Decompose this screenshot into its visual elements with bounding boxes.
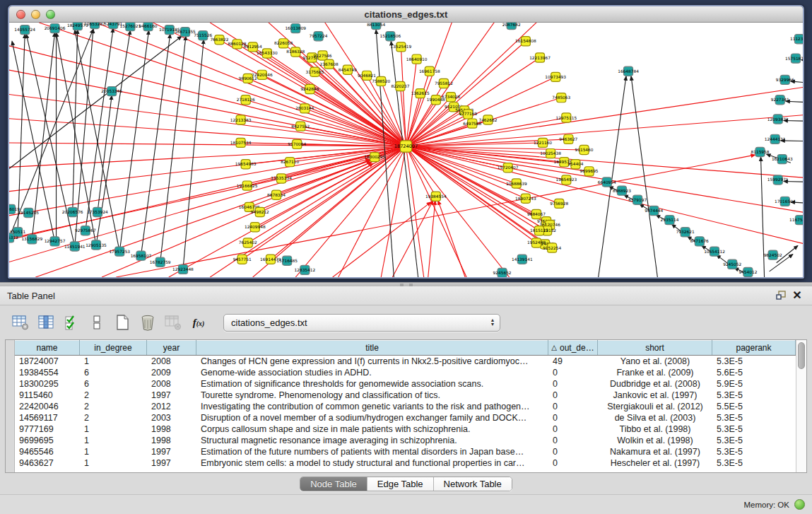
- network-canvas[interactable]: 1405572420691406182495731065328752437911…: [9, 23, 803, 277]
- cell-short: Franke et al. (2009): [598, 368, 712, 378]
- cell-short: Jankovic et al. (1997): [598, 390, 712, 400]
- column-header-out-de-[interactable]: △out_de…: [548, 340, 598, 355]
- table-row[interactable]: 969969511998Structural magnetic resonanc…: [15, 435, 796, 446]
- graph-node-label: 8813054: [367, 23, 385, 27]
- citation-edge-red: [242, 146, 406, 259]
- graph-node-label: 16543330: [257, 51, 278, 55]
- cell-year: 1997: [147, 458, 196, 468]
- cell-name: 9115460: [15, 390, 80, 400]
- cell-short: de Silva et al. (2003): [598, 413, 712, 423]
- table-row[interactable]: 1938455462009Genome-wide association stu…: [15, 367, 796, 378]
- column-header-name[interactable]: name: [15, 340, 80, 355]
- graph-node-label: 10688639: [506, 182, 527, 186]
- table-row[interactable]: 1872400712008Changes of HCN gene express…: [15, 356, 796, 367]
- graph-node-label: 19145205: [18, 211, 39, 215]
- graph-node-label: 9152254: [543, 246, 561, 250]
- graph-node-label: 15720407: [498, 165, 519, 170]
- graph-node-label: 9227341: [771, 98, 789, 102]
- graph-node-label: 18640910: [406, 57, 428, 62]
- new-table-icon[interactable]: [112, 312, 133, 333]
- graph-node-label: 1362615: [411, 91, 430, 95]
- column-header-year[interactable]: year: [147, 340, 196, 355]
- cell-pagerank: 5.3E-5: [712, 356, 796, 366]
- vertical-scrollbar[interactable]: [796, 340, 806, 472]
- select-column-icon[interactable]: [35, 312, 57, 333]
- memory-ok-icon[interactable]: [794, 499, 805, 510]
- cell-in-degree: 2: [80, 402, 147, 411]
- graph-node-label: 14139141: [512, 257, 533, 262]
- window-titlebar[interactable]: citations_edges.txt: [9, 6, 803, 23]
- graph-node-label: 9329966: [776, 78, 794, 82]
- table-row[interactable]: 977716911998Corpus callosum shape and si…: [15, 424, 796, 435]
- cell-in-degree: 1: [80, 356, 147, 366]
- graph-node-label: 2367608: [320, 62, 339, 66]
- table-row[interactable]: 1456911722003Disruption of a novel membe…: [15, 412, 796, 424]
- panel-title: Table Panel: [7, 291, 55, 301]
- citation-edge-red: [35, 160, 370, 277]
- select-all-rows-icon[interactable]: [61, 312, 82, 333]
- cell-out-de-: 0: [548, 368, 598, 378]
- function-builder-icon[interactable]: f(x): [188, 312, 209, 333]
- tab-network-table[interactable]: Network Table: [434, 477, 512, 491]
- table-row[interactable]: 946554611997Estimation of the future num…: [15, 446, 796, 457]
- graph-node-label: 20053346: [101, 89, 122, 93]
- graph-node-label: 9127546: [314, 54, 332, 58]
- cell-pagerank: 5.3E-5: [712, 447, 796, 457]
- table-column-settings-icon[interactable]: [10, 312, 31, 333]
- graph-node-label: 9245652: [493, 271, 512, 275]
- graph-node-label: 6379197: [628, 198, 647, 202]
- delete-rows-trash-icon[interactable]: [137, 312, 158, 333]
- deselect-rows-icon[interactable]: [86, 312, 107, 333]
- graph-node-label: 12213383: [230, 118, 252, 122]
- cell-year: 1998: [147, 436, 196, 445]
- cell-name: 9699695: [15, 436, 80, 445]
- tab-node-table[interactable]: Node Table: [300, 477, 367, 491]
- citation-edge-black: [761, 157, 765, 277]
- scrollbar-thumb[interactable]: [798, 342, 805, 369]
- cell-pagerank: 5.3E-5: [712, 458, 796, 468]
- table-panel: Table Panel ✕: [0, 286, 812, 494]
- tab-edge-table[interactable]: Edge Table: [367, 477, 434, 491]
- table-row[interactable]: 946362711997Embryonic stem cells: a mode…: [15, 457, 796, 469]
- cell-out-de-: 0: [548, 424, 598, 434]
- cell-title: Estimation of significance thresholds fo…: [196, 379, 548, 389]
- cell-name: 22420046: [15, 402, 80, 411]
- graph-node-label: 10653287: [84, 23, 105, 26]
- network-view-window[interactable]: citations_edges.txt 14055724206914061824…: [8, 5, 804, 279]
- citation-edge-red: [333, 202, 431, 277]
- column-header-title[interactable]: title: [196, 340, 548, 355]
- cell-title: Structural magnetic resonance image aver…: [196, 436, 548, 445]
- graph-node-label: 2718126: [237, 98, 255, 102]
- citation-edge-red: [9, 117, 406, 146]
- citation-network-graph[interactable]: 1405572420691406182495731065328752437911…: [9, 23, 803, 277]
- table-header-row: namein_degreeyeartitle△out_de…shortpager…: [15, 340, 796, 356]
- table-row[interactable]: 911546021997Tourette syndrome. Phenomeno…: [15, 390, 796, 401]
- table-selector-value: citations_edges.txt: [224, 317, 486, 328]
- cell-in-degree: 6: [80, 379, 147, 389]
- cell-out-de-: 0: [548, 447, 598, 457]
- graph-node-label: 16210643: [772, 157, 793, 161]
- cell-name: 9777169: [15, 424, 80, 434]
- graph-node-label: 2087682: [502, 23, 521, 27]
- table-row[interactable]: 1830029562008Estimation of significance …: [15, 378, 796, 390]
- cell-out-de-: 0: [548, 436, 598, 445]
- table-row[interactable]: 2242004622012Investigating the contribut…: [15, 401, 796, 412]
- column-header-in-degree[interactable]: in_degree: [80, 340, 147, 355]
- cell-short: Tibbo et al. (1998): [598, 424, 712, 434]
- graph-node-label: 19384554: [425, 194, 447, 199]
- citation-edge-black: [141, 34, 170, 255]
- close-panel-icon[interactable]: ✕: [789, 288, 805, 303]
- graph-node-label: 12835412: [295, 268, 316, 272]
- graph-node-label: 8878334: [267, 193, 286, 197]
- graph-node-label: 10973493: [545, 75, 566, 79]
- column-header-pagerank[interactable]: pagerank: [712, 340, 796, 355]
- graph-node-label: 9474444: [645, 209, 663, 213]
- table-selector-dropdown[interactable]: citations_edges.txt ▲▼: [223, 314, 500, 332]
- cell-short: Dudbridge et al. (2008): [598, 379, 712, 389]
- column-header-short[interactable]: short: [598, 340, 712, 355]
- citation-edge-red: [267, 53, 406, 146]
- float-panel-icon[interactable]: [774, 288, 789, 303]
- cell-name: 14569117: [15, 413, 80, 423]
- graph-node-label: 16671355: [175, 30, 196, 34]
- cell-name: 18724007: [15, 356, 80, 366]
